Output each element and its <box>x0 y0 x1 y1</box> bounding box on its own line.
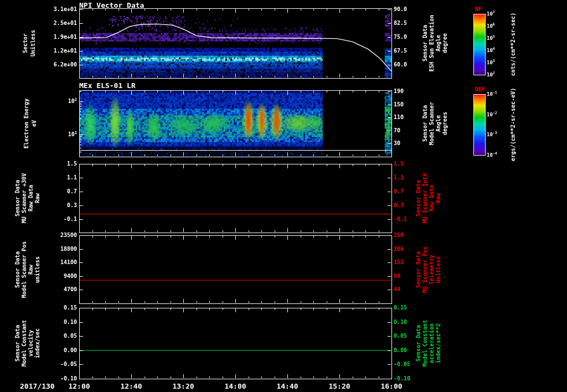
left-axis-label: Sensor Data <box>15 180 20 216</box>
left-axis-label: Model Scanner Pos <box>22 241 27 297</box>
right-tick-label: 0.05 <box>394 333 407 339</box>
right-tick-label: -0.10 <box>394 376 410 381</box>
right-tick-label: -0.1 <box>394 216 407 222</box>
right-tick-label: 67.5 <box>394 48 407 54</box>
y-tick-label: 1.2e+01 <box>54 48 77 54</box>
right-tick-label: 75.0 <box>394 34 407 40</box>
left-axis-label: Raw <box>28 264 34 274</box>
right-axis-label: Sensor Data <box>416 325 421 362</box>
panel-title-els: MEx ELS-01 LR <box>79 81 136 90</box>
plot-canvas <box>0 0 567 392</box>
y-tick-label: 0.05 <box>64 333 77 339</box>
right-tick-label: 0.7 <box>394 189 404 194</box>
time-tick-label: 12:40 <box>120 383 142 390</box>
right-axis-label: Sensor Data <box>422 25 428 61</box>
right-axis-label: Angle <box>436 115 441 132</box>
right-axis-label: Unitless <box>436 256 441 282</box>
y-tick-label: 18800 <box>60 246 77 252</box>
y-tick-label: 0.3 <box>67 203 77 208</box>
colorbar-unit-label: cnts/(cm**2-sr-sec) <box>511 13 516 76</box>
right-tick-label: 70 <box>394 128 400 133</box>
right-axis-label: ESH Sun Elevation <box>429 15 435 71</box>
y-tick-label: -0.10 <box>60 376 77 381</box>
left-axis-label: Sector <box>23 33 28 53</box>
y-tick-label: 6.2e+00 <box>54 62 77 68</box>
panel-title-npi: NPI Vector Data <box>79 1 144 9</box>
y-tick-label: 23500 <box>60 233 77 238</box>
left-axis-label: Electron Energy <box>24 99 29 148</box>
colorbar-tick-label: 10-3 <box>487 132 497 137</box>
time-tick-label: 13:20 <box>172 383 194 390</box>
right-tick-label: 190 <box>394 89 404 94</box>
y-tick-label: 9400 <box>64 274 77 279</box>
right-tick-label: 98 <box>394 274 400 279</box>
colorbar-tick-label: 102 <box>487 73 495 78</box>
y-tick-label: 0.00 <box>64 348 77 353</box>
colorbar-name: NF <box>475 7 482 12</box>
right-tick-label: 152 <box>394 260 404 265</box>
y-tick-label: 102 <box>68 99 77 104</box>
left-axis-label: Unitless <box>30 30 36 56</box>
left-axis-label: Sensor Data <box>15 251 20 287</box>
time-tick-label: 15:20 <box>328 383 350 390</box>
colorbar-tick-label: 10-2 <box>487 112 497 117</box>
date-label: 2017/130 <box>20 382 55 390</box>
right-tick-label: 82.5 <box>394 20 407 26</box>
y-tick-label: 0.7 <box>67 189 77 194</box>
colorbar-unit-label: ergs/(cm**2-sr-sec-eV) <box>511 88 516 161</box>
right-tick-label: 110 <box>394 115 404 120</box>
right-axis-label: degree <box>442 33 448 53</box>
colorbar-tick-label: 104 <box>487 48 495 53</box>
left-axis-label: Sensor Data <box>15 325 20 362</box>
left-axis-label: Raw Data <box>28 185 34 212</box>
y-tick-label: 4700 <box>64 287 77 292</box>
right-tick-label: 0.15 <box>394 305 407 311</box>
left-axis-label: unitless <box>35 256 40 282</box>
right-tick-label: 60.0 <box>394 62 407 68</box>
time-tick-label: 12:00 <box>68 383 90 390</box>
right-axis-label: degrees <box>442 112 448 135</box>
colorbar-tick-label: 107 <box>487 12 495 17</box>
time-tick-label: 16:00 <box>380 383 402 390</box>
right-tick-label: -0.05 <box>394 362 410 367</box>
time-tick-label: 14:00 <box>224 383 246 390</box>
right-tick-label: 44 <box>394 287 400 292</box>
right-axis-label: MU Scanner IntH <box>422 173 428 223</box>
y-tick-label: -0.05 <box>60 362 77 367</box>
right-axis-label: MU Scanner Pos <box>422 246 428 292</box>
right-tick-label: 150 <box>394 102 404 107</box>
left-axis-label: Model Constant <box>22 320 27 367</box>
y-tick-label: 1.1 <box>67 175 77 180</box>
y-tick-label: 1.9e+01 <box>54 34 77 40</box>
left-axis-label: MU Scanner +30V <box>22 173 27 223</box>
y-tick-label: -0.1 <box>64 216 77 222</box>
right-tick-label: 0.00 <box>394 348 407 353</box>
right-tick-label: 1.5 <box>394 161 404 167</box>
right-tick-label: 90.0 <box>394 7 407 12</box>
right-tick-label: 1.1 <box>394 175 404 180</box>
right-axis-label: Sensor Data <box>416 180 421 216</box>
right-axis-label: Sensor Data <box>422 105 428 142</box>
y-tick-label: 0.10 <box>64 319 77 325</box>
left-axis-label: index/sec <box>35 328 40 358</box>
right-axis-label: Sensor Data <box>416 251 421 287</box>
colorbar-tick-label: 10-4 <box>487 153 497 158</box>
colorbar-tick-label: 10-1 <box>487 92 497 97</box>
right-axis-label: Model Scanner <box>429 102 435 145</box>
right-tick-label: 30 <box>394 141 400 146</box>
colorbar-tick-label: 103 <box>487 60 495 65</box>
y-tick-label: 101 <box>68 132 77 137</box>
right-axis-label: index/sec**2 <box>436 323 441 363</box>
right-tick-label: 260 <box>394 233 404 238</box>
y-tick-label: 3.1e+01 <box>54 7 77 12</box>
left-axis-label: velocity <box>28 330 34 357</box>
left-axis-label: Raw <box>35 193 40 203</box>
right-tick-label: 0.10 <box>394 319 407 325</box>
right-axis-label: Model Constant <box>422 320 428 367</box>
right-axis-label: Raw <box>436 193 441 203</box>
y-tick-label: 2.5e+01 <box>54 20 77 26</box>
right-tick-label: 206 <box>394 246 404 252</box>
plot-viewport: NPI Vector Data MEx ELS-01 LR 2017/130 3… <box>0 0 567 392</box>
right-axis-label: Angle <box>436 35 441 51</box>
right-axis-label: acceleration <box>429 323 435 363</box>
